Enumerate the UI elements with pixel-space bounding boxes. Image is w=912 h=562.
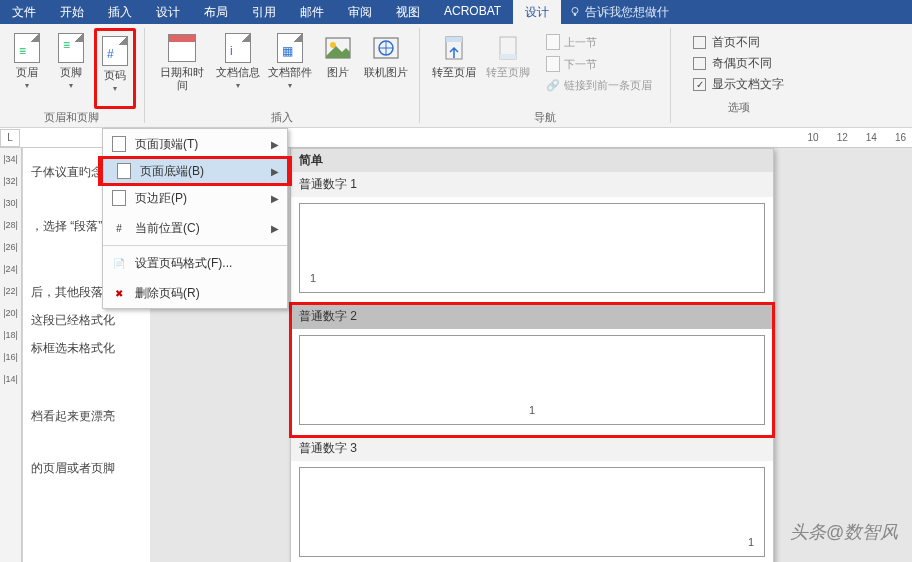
group-nav: 转至页眉 转至页脚 上一节 下一节 🔗链接到前一条页眉 导航 xyxy=(422,24,668,127)
group-label-insert: 插入 xyxy=(271,109,293,125)
tab-insert[interactable]: 插入 xyxy=(96,0,144,24)
datetime-button[interactable]: 日期和时间 xyxy=(153,28,211,109)
tab-stop-selector[interactable]: L xyxy=(0,129,20,147)
docinfo-button[interactable]: i 文档信息▾ xyxy=(213,28,263,109)
lightbulb-icon xyxy=(569,6,581,18)
tell-me[interactable]: 告诉我您想做什 xyxy=(561,0,677,24)
tab-acrobat[interactable]: ACROBAT xyxy=(432,0,513,24)
docparts-button[interactable]: ▦ 文档部件▾ xyxy=(265,28,315,109)
menu-format-page-number[interactable]: 📄设置页码格式(F)... xyxy=(103,248,287,278)
tab-home[interactable]: 开始 xyxy=(48,0,96,24)
goto-footer-button: 转至页脚 xyxy=(482,28,534,109)
group-label-options: 选项 xyxy=(728,99,750,115)
gallery-item-plain-1[interactable]: 普通数字 1 1 xyxy=(291,172,773,304)
svg-point-0 xyxy=(572,8,578,14)
gallery-item-plain-3[interactable]: 普通数字 3 1 xyxy=(291,436,773,562)
tab-mail[interactable]: 邮件 xyxy=(288,0,336,24)
next-section-button: 下一节 xyxy=(544,54,654,74)
gallery-item-plain-2[interactable]: 普通数字 2 1 xyxy=(291,304,773,436)
group-label-nav: 导航 xyxy=(534,109,556,125)
menu-remove-page-number[interactable]: ✖删除页码(R) xyxy=(103,278,287,308)
page-number-button[interactable]: # 页码▾ xyxy=(94,28,136,109)
tab-references[interactable]: 引用 xyxy=(240,0,288,24)
group-label-hf: 页眉和页脚 xyxy=(44,109,99,125)
show-doc-text-checkbox[interactable]: ✓显示文档文字 xyxy=(693,76,784,93)
menu-current-position[interactable]: #当前位置(C)▶ xyxy=(103,213,287,243)
diff-odd-even-checkbox[interactable]: 奇偶页不同 xyxy=(693,55,784,72)
diff-first-checkbox[interactable]: 首页不同 xyxy=(693,34,784,51)
link-prev-button: 🔗链接到前一条页眉 xyxy=(544,76,654,95)
goto-header-button[interactable]: 转至页眉 xyxy=(428,28,480,109)
tab-layout[interactable]: 布局 xyxy=(192,0,240,24)
picture-button[interactable]: 图片 xyxy=(317,28,359,109)
svg-rect-1 xyxy=(574,14,576,16)
menu-page-bottom[interactable]: 页面底端(B)▶ xyxy=(98,156,292,186)
menu-page-top[interactable]: 页面顶端(T)▶ xyxy=(103,129,287,159)
tab-hf-design[interactable]: 设计 xyxy=(513,0,561,24)
online-picture-button[interactable]: 联机图片 xyxy=(361,28,411,109)
gallery-section-simple: 简单 xyxy=(291,149,773,172)
group-insert: 日期和时间 i 文档信息▾ ▦ 文档部件▾ 图片 联机图片 插入 xyxy=(147,24,417,127)
svg-rect-7 xyxy=(446,37,462,42)
tab-file[interactable]: 文件 xyxy=(0,0,48,24)
group-header-footer: ≡ 页眉▾ ≡ 页脚▾ # 页码▾ 页眉和页脚 xyxy=(0,24,142,127)
header-button[interactable]: ≡ 页眉▾ xyxy=(6,28,48,109)
group-options: 首页不同 奇偶页不同 ✓显示文档文字 选项 xyxy=(673,24,804,127)
svg-rect-9 xyxy=(500,54,516,59)
tab-review[interactable]: 审阅 xyxy=(336,0,384,24)
ribbon: ≡ 页眉▾ ≡ 页脚▾ # 页码▾ 页眉和页脚 日期和时间 i 文档信息▾ xyxy=(0,24,912,128)
tab-bar: 文件 开始 插入 设计 布局 引用 邮件 审阅 视图 ACROBAT 设计 告诉… xyxy=(0,0,912,24)
menu-page-margins[interactable]: 页边距(P)▶ xyxy=(103,183,287,213)
tab-view[interactable]: 视图 xyxy=(384,0,432,24)
tab-design[interactable]: 设计 xyxy=(144,0,192,24)
ruler-vertical: |34||32||30||28||26||24||22||20||18||16|… xyxy=(0,148,22,562)
page-number-gallery: 简单 普通数字 1 1 普通数字 2 1 普通数字 3 1 xyxy=(290,148,774,562)
page-number-dropdown: 页面顶端(T)▶ 页面底端(B)▶ 页边距(P)▶ #当前位置(C)▶ 📄设置页… xyxy=(102,128,288,309)
prev-section-button: 上一节 xyxy=(544,32,654,52)
footer-button[interactable]: ≡ 页脚▾ xyxy=(50,28,92,109)
